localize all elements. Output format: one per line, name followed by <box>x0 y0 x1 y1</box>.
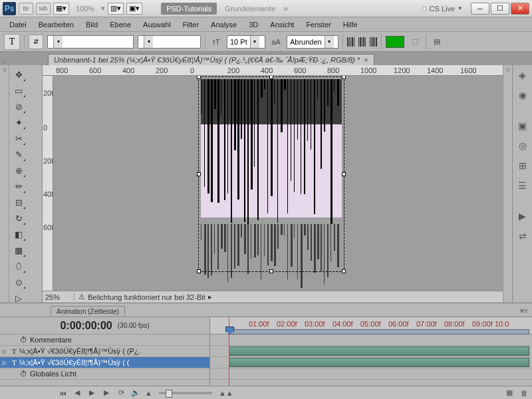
current-time[interactable]: 0:00:00:00 <box>60 320 112 332</box>
track-comments[interactable]: ⏱ Kommentare <box>0 334 209 346</box>
animation-tab[interactable]: Animation (Zeitleiste) <box>51 306 125 317</box>
clip-layer-1[interactable] <box>229 346 529 356</box>
menu-bar: Datei Bearbeiten Bild Ebene Auswahl Filt… <box>0 17 532 32</box>
swap-panel-icon[interactable]: ⇄ <box>515 229 530 243</box>
play-panel-icon[interactable]: ▶ <box>515 209 530 223</box>
history-brush-tool[interactable]: ↻ <box>11 211 26 225</box>
move-tool[interactable]: ✥ <box>11 67 26 82</box>
marquee-tool[interactable]: ▭ <box>11 83 26 98</box>
text-color-swatch[interactable] <box>386 36 404 48</box>
cslive-button[interactable]: CS Live ▼ <box>422 5 463 13</box>
timeline-zoom-slider[interactable] <box>159 392 212 394</box>
align-left-button[interactable] <box>347 37 354 47</box>
transform-bounds[interactable] <box>198 76 344 272</box>
magic-wand-tool[interactable]: ✦ <box>11 115 26 130</box>
document-tab[interactable]: Unbenannt-1 bei 25% (¼;x¦Ä•Ÿ €3ôÚ€yÉ8¦!Å… <box>48 54 374 65</box>
menu-fenster[interactable]: Fenster <box>301 19 336 31</box>
warp-text-button[interactable]: ⬚ <box>408 35 422 49</box>
warning-icon: ⚠ <box>78 293 85 301</box>
audio-button[interactable]: 🔊 <box>130 388 141 398</box>
styles-panel-icon[interactable]: ◎ <box>515 138 530 153</box>
active-tool-indicator[interactable]: T <box>4 34 20 50</box>
menu-datei[interactable]: Datei <box>4 19 32 31</box>
workspace-grundelemente[interactable]: Grundelemente <box>219 5 281 13</box>
clip-layer-2[interactable] <box>229 358 529 367</box>
arrange-button[interactable]: ▥▾ <box>108 3 124 15</box>
collapse-icon[interactable]: « <box>3 59 6 65</box>
stamp-tool[interactable]: ⊟ <box>11 195 26 209</box>
delete-button[interactable]: 🗑 <box>519 388 529 398</box>
minibridge-button[interactable]: Mb <box>36 3 51 15</box>
next-frame-button[interactable]: ▶ <box>101 388 112 398</box>
menu-3d[interactable]: 3D <box>243 19 263 31</box>
close-button[interactable]: ✕ <box>511 3 529 15</box>
font-size-dropdown[interactable]: 10 Pt▾ <box>227 35 265 49</box>
convert-frames-button[interactable]: ▦ <box>504 388 515 398</box>
track-text-layer-2[interactable]: ▷T ¼;x¦Ä•Ÿ √€3ôÚ€yÉ8¦!¶Å)™Ùsÿ ( ( <box>0 357 209 368</box>
font-family-dropdown[interactable]: ▾ <box>47 35 134 49</box>
workspace-more[interactable]: » <box>283 3 288 13</box>
layers-panel-icon[interactable]: ◈ <box>515 68 530 82</box>
cslive-icon <box>422 6 427 11</box>
align-center-button[interactable] <box>358 37 366 47</box>
rewind-button[interactable]: ⏮ <box>57 388 68 398</box>
font-style-dropdown[interactable]: ▾ <box>138 35 201 49</box>
align-right-button[interactable] <box>370 37 377 47</box>
menu-bearbeiten[interactable]: Bearbeiten <box>33 19 79 31</box>
track-text-layer-1[interactable]: ▷T ¼;x¦Ä•Ÿ √€3ôÚ€yÉ8¦!¶Å)™Ùsÿ ( (P¿. <box>0 346 209 357</box>
screen-mode-button[interactable]: ▦▾ <box>53 3 69 15</box>
minimize-button[interactable]: ─ <box>471 3 489 15</box>
eraser-tool[interactable]: ◧ <box>11 227 26 241</box>
track-global-light[interactable]: ⏱ Globales Licht <box>0 368 209 380</box>
healing-tool[interactable]: ⊕ <box>11 163 26 178</box>
toolbox: ✥ ▭ ⊘ ✦ ✂ ✎ ⊕ ✏ ⊟ ↻ ◧ ▦ ⬯ ⊙ ▷ T ↖ ▢ ⬢ ⊞ … <box>9 65 43 303</box>
pen-tool[interactable]: ▷ <box>11 291 26 303</box>
loop-button[interactable]: ⟳ <box>116 388 126 398</box>
dodge-tool[interactable]: ⊙ <box>11 275 26 289</box>
blur-tool[interactable]: ⬯ <box>11 259 26 273</box>
menu-bild[interactable]: Bild <box>80 19 103 31</box>
right-panel-dock: ◈ ◉ ▣ ◎ ⊞ ☰ ▶ ⇄ <box>512 65 532 303</box>
antialias-dropdown[interactable]: Abrunden▾ <box>287 35 338 49</box>
menu-auswahl[interactable]: Auswahl <box>138 19 176 31</box>
gradient-tool[interactable]: ▦ <box>11 243 26 257</box>
adjustments-panel-icon[interactable]: ▣ <box>515 118 530 133</box>
font-size-icon: τT <box>209 35 223 49</box>
vertical-ruler: 200 0 200 400 600 <box>43 76 53 291</box>
maximize-button[interactable]: ☐ <box>491 3 509 15</box>
panel-menu-icon[interactable]: ▾≡ <box>516 305 532 317</box>
prev-frame-button[interactable]: ◀ <box>72 388 82 398</box>
crop-tool[interactable]: ✂ <box>11 131 26 146</box>
lasso-tool[interactable]: ⊘ <box>11 99 26 114</box>
color-panel-icon[interactable]: ◉ <box>515 88 530 102</box>
play-button[interactable]: ▶ <box>86 388 97 398</box>
horizontal-ruler: 800600 400200 0200 400600 8001000 120014… <box>43 65 503 76</box>
time-ruler[interactable]: 01:00f 02:00f 03:00f 04:00f 05:00f 06:00… <box>210 317 532 334</box>
screen-button[interactable]: ▣▾ <box>126 3 142 15</box>
timeline-controls: ⏮ ◀ ▶ ▶ ⟳ 🔊 ▲ ▲▲ ▦ 🗑 <box>0 386 532 399</box>
text-orientation-toggle[interactable]: ⇵ <box>29 35 43 49</box>
paragraph-panel-icon[interactable]: ☰ <box>515 178 530 193</box>
app-logo: Ps <box>3 2 16 15</box>
menu-analyse[interactable]: Analyse <box>205 19 242 31</box>
canvas[interactable] <box>53 76 503 291</box>
close-tab-icon[interactable]: × <box>364 56 368 64</box>
character-panel-icon[interactable]: ⊞ <box>515 158 530 173</box>
character-panel-button[interactable]: ▤ <box>430 35 444 49</box>
app-titlebar: Ps Br Mb ▦▾ 100% ▾ ▥▾ ▣▾ PSD-Tutorials G… <box>0 0 532 17</box>
menu-ebene[interactable]: Ebene <box>104 19 136 31</box>
status-bar: 25% ⚠Belichtung funktioniert nur bei 32-… <box>43 291 503 303</box>
menu-ansicht[interactable]: Ansicht <box>265 19 299 31</box>
brush-tool[interactable]: ✏ <box>11 179 26 194</box>
antialias-icon: aA <box>269 35 283 49</box>
zoom-field[interactable]: 25% <box>43 293 74 301</box>
titlebar-zoom[interactable]: 100% <box>72 5 98 13</box>
timeline-area[interactable]: 01:00f 02:00f 03:00f 04:00f 05:00f 06:00… <box>210 317 532 386</box>
eyedropper-tool[interactable]: ✎ <box>11 147 26 162</box>
playhead[interactable] <box>229 317 229 386</box>
workspace-psd-tutorials[interactable]: PSD-Tutorials <box>161 3 217 15</box>
menu-filter[interactable]: Filter <box>178 19 204 31</box>
menu-hilfe[interactable]: Hilfe <box>338 19 363 31</box>
bridge-button[interactable]: Br <box>19 3 33 15</box>
work-area-bar[interactable] <box>229 329 529 334</box>
